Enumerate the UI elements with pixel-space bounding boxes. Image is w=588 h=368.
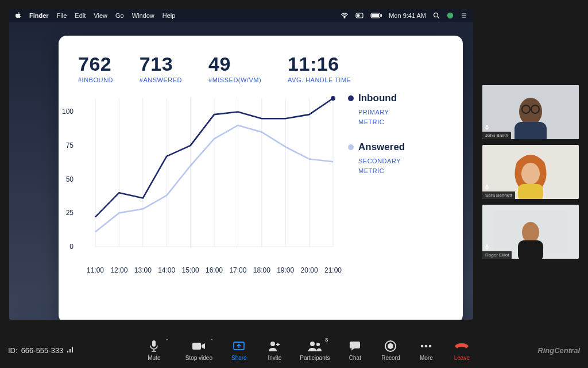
chat-button[interactable]: Chat [341,339,369,361]
mac-app-name[interactable]: Finder [29,12,49,19]
svg-rect-30 [518,184,543,199]
participants-icon [307,339,322,353]
svg-point-20 [331,96,335,101]
svg-rect-24 [514,122,547,139]
apple-icon [15,12,21,19]
chevron-up-icon[interactable]: ⌃ [210,338,214,344]
svg-rect-27 [486,125,488,128]
stat-label: AVG. HANDLE TIME [288,76,351,83]
brand-logo: RingCentral [537,346,580,355]
participant-name: Sara Bennett [482,191,515,199]
participant-tile[interactable]: John Smith [482,85,579,139]
button-label: More [420,355,433,361]
stat-value: 762 [78,53,113,75]
stop-video-button[interactable]: ⌃ Stop video [180,339,218,361]
mac-menu-go[interactable]: Go [115,12,124,19]
siri-icon[interactable] [447,12,454,19]
svg-point-43 [270,342,275,346]
video-icon [192,339,206,353]
record-button[interactable]: Record [376,339,405,361]
meeting-id-value: 666-555-333 [21,346,64,355]
stat-label: #MISSED(W/VM) [208,76,261,83]
video-meeting-window: Finder File Edit View Go Window Help Mon… [0,0,588,368]
svg-rect-4 [381,15,382,17]
legend-name: Answered [358,141,405,152]
svg-point-49 [421,345,424,348]
stat-value: 713 [140,53,182,75]
share-screen-icon [233,339,245,353]
battery-icon[interactable] [370,13,382,18]
meeting-id[interactable]: ID: 666-555-333 [8,346,74,355]
participant-name: Roger Elliot [482,251,512,259]
stats-row: 762 #INBOUND 713 #ANSWERED 49 #MISSED(W/… [78,53,443,83]
svg-point-0 [344,17,345,18]
svg-point-6 [434,13,438,17]
button-label: Share [231,355,247,361]
hangup-icon [454,339,469,353]
svg-rect-36 [486,244,488,247]
line-chart: 025507510011:0012:0013:0014:0015:0016:00… [78,89,336,262]
meeting-id-label: ID: [8,346,18,355]
button-label: Participants [300,355,330,361]
mute-button[interactable]: ⌃ Mute [135,339,173,361]
stat-label: #INBOUND [78,76,113,83]
chart-legend: Inbound PRIMARYMETRIC Answered SECONDARY… [348,89,405,262]
chat-icon [349,339,361,353]
mac-menu-help[interactable]: Help [163,12,176,19]
participants-count: 8 [325,337,328,343]
toolbar-controls: ⌃ Mute ⌃ Stop video Share Invite 8 Parti… [135,339,476,361]
more-button[interactable]: More [412,339,440,361]
button-label: Invite [268,355,281,361]
legend-name: Inbound [358,93,397,103]
button-label: Leave [454,355,470,361]
mac-menu-edit[interactable]: Edit [75,12,86,19]
share-button[interactable]: Share [225,339,253,361]
spotlight-icon[interactable] [433,12,440,19]
mac-menu-window[interactable]: Window [132,12,154,19]
svg-point-7 [447,13,453,18]
stat-missed: 49 #MISSED(W/VM) [208,53,261,83]
mic-icon [484,182,490,192]
svg-rect-40 [152,340,156,347]
notifications-icon[interactable] [461,13,467,18]
microphone-icon [148,339,160,353]
button-label: Record [381,355,400,361]
svg-point-44 [310,342,315,346]
participant-name: John Smith [482,132,511,139]
leave-button[interactable]: Leave [447,339,476,361]
chevron-up-icon[interactable]: ⌃ [165,338,169,344]
svg-rect-31 [486,185,488,187]
svg-rect-37 [67,351,68,352]
svg-rect-41 [192,343,201,350]
mic-icon [484,122,490,132]
mac-menu-file[interactable]: File [57,12,67,19]
mic-icon [484,241,490,252]
svg-rect-39 [72,347,73,352]
more-icon [420,339,432,353]
svg-rect-2 [357,14,359,17]
stat-label: #ANSWERED [140,76,182,83]
mac-menubar: Finder File Edit View Go Window Help Mon… [9,9,473,22]
wifi-icon[interactable] [341,13,349,18]
button-label: Chat [349,355,361,361]
control-center-icon[interactable] [355,13,363,18]
svg-point-50 [425,345,428,348]
legend-item-inbound: Inbound PRIMARYMETRIC [348,93,405,126]
invite-button[interactable]: Invite [260,339,289,361]
stat-handle-time: 11:16 AVG. HANDLE TIME [288,53,351,83]
svg-point-34 [522,222,539,243]
svg-rect-35 [518,240,543,259]
stat-value: 11:16 [288,53,351,75]
participants-button[interactable]: 8 Participants [296,339,334,361]
signal-icon [67,346,74,355]
participant-tile[interactable]: Sara Bennett [482,145,579,199]
legend-dot-icon [348,144,354,150]
mac-menu-view[interactable]: View [94,12,107,19]
stat-answered: 713 #ANSWERED [140,53,182,83]
dashboard-card: 762 #INBOUND 713 #ANSWERED 49 #MISSED(W/… [59,36,463,320]
participant-tile[interactable]: Roger Elliot [482,205,579,259]
mac-clock[interactable]: Mon 9:41 AM [389,12,426,19]
meeting-toolbar: ID: 666-555-333 ⌃ Mute ⌃ Stop video Shar… [0,332,588,368]
svg-point-48 [388,344,393,348]
add-user-icon [268,339,281,353]
